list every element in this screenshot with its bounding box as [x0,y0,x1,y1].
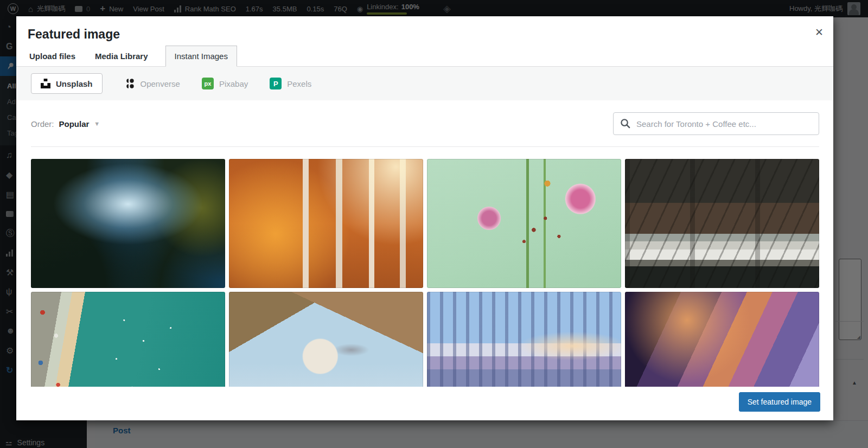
instant-images-body: Order: Popular ▼ [31,100,819,387]
set-featured-image-button[interactable]: Set featured image [739,392,820,412]
provider-openverse[interactable]: Openverse [124,78,180,89]
photo-thumbnail[interactable] [427,159,621,288]
search-box [613,112,819,135]
provider-label: Pexels [287,79,311,88]
order-dropdown[interactable]: Order: Popular ▼ [31,119,100,129]
photo-grid [31,159,819,387]
divider [31,146,819,147]
photo-thumbnail[interactable] [31,159,225,288]
photo-thumbnail[interactable] [427,292,621,387]
pixabay-icon: px [202,78,214,89]
pexels-icon: P [270,78,282,89]
modal-title: Featured image [28,27,120,42]
provider-pixabay[interactable]: px Pixabay [202,78,248,89]
tab-media-library[interactable]: Media Library [93,46,150,66]
photo-thumbnail[interactable] [625,159,819,288]
provider-strip: Unsplash Openverse px Pixabay P Pexels [16,67,833,100]
photo-thumbnail[interactable] [31,292,225,387]
close-icon[interactable]: ✕ [815,26,824,39]
photo-thumbnail[interactable] [229,292,423,387]
tab-upload-files[interactable]: Upload files [27,46,78,66]
unsplash-icon [41,79,50,88]
search-input[interactable] [613,112,819,135]
openverse-icon [124,78,135,89]
provider-label: Openverse [141,79,180,88]
provider-unsplash[interactable]: Unsplash [31,73,103,94]
modal-footer: Set featured image [16,387,833,420]
photo-thumbnail[interactable] [625,292,819,387]
order-label: Order: [31,119,54,129]
provider-label: Pixabay [219,79,248,88]
media-tabs: Upload files Media Library Instant Image… [16,46,833,67]
chevron-down-icon: ▼ [94,120,100,127]
featured-image-modal: Featured image ✕ Upload files Media Libr… [16,16,833,420]
tab-instant-images[interactable]: Instant Images [165,46,237,67]
provider-label: Unsplash [56,79,93,88]
provider-pexels[interactable]: P Pexels [270,78,311,89]
search-icon [620,118,630,131]
photo-thumbnail[interactable] [229,159,423,288]
order-value: Popular [59,119,90,129]
